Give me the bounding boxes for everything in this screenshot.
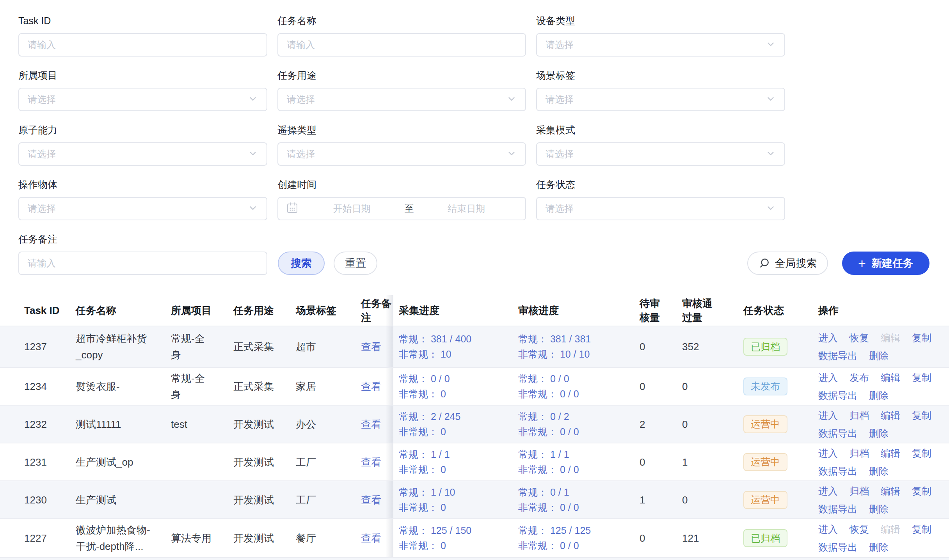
- op-link-archive[interactable]: 归档: [849, 445, 869, 461]
- cell-status: 运营中: [738, 481, 812, 518]
- op-link-copy[interactable]: 复制: [912, 370, 931, 385]
- op-link-archive[interactable]: 归档: [849, 483, 869, 499]
- filter-field-task-name: 任务名称请输入: [277, 15, 526, 57]
- operations-box: 进入发布编辑复制数据导出删除: [818, 370, 937, 403]
- column-header-pending: 待审 核量: [634, 295, 677, 326]
- column-header-scene: 场景标签: [296, 295, 358, 326]
- op-link-delete[interactable]: 删除: [869, 425, 889, 441]
- filter-label-task-purpose: 任务用途: [277, 69, 526, 81]
- cell-task-id: 1227: [0, 519, 76, 557]
- op-link-export[interactable]: 数据导出: [818, 425, 857, 441]
- op-link-delete[interactable]: 删除: [869, 463, 889, 479]
- table-row: 1234熨烫衣服-常规-全身正式采集家居查看常规： 0 / 0非常规： 0常规：…: [0, 367, 949, 405]
- project-select[interactable]: 请选择: [18, 88, 267, 111]
- op-link-restore[interactable]: 恢复: [849, 330, 869, 346]
- cell-operations: 进入恢复编辑复制数据导出删除: [812, 326, 949, 367]
- teleop-type-select[interactable]: 请选择: [277, 142, 526, 166]
- review-irregular: 非常规： 0 / 0: [518, 538, 579, 553]
- op-link-copy[interactable]: 复制: [912, 445, 931, 461]
- filter-field-task-purpose: 任务用途请选择: [277, 69, 526, 111]
- view-remark-link[interactable]: 查看: [361, 378, 381, 395]
- cell-project: [171, 481, 233, 518]
- op-link-enter[interactable]: 进入: [818, 408, 838, 423]
- op-link-edit[interactable]: 编辑: [881, 370, 900, 385]
- new-task-button[interactable]: + 新建任务: [842, 252, 929, 275]
- view-remark-link[interactable]: 查看: [361, 454, 381, 470]
- op-link-copy[interactable]: 复制: [912, 408, 931, 423]
- column-header-ops: 操作: [812, 295, 949, 326]
- op-link-copy[interactable]: 复制: [912, 330, 931, 346]
- op-link-publish[interactable]: 发布: [849, 370, 869, 385]
- create-time-range-picker[interactable]: 开始日期至结束日期: [277, 197, 526, 220]
- op-link-delete[interactable]: 删除: [869, 348, 889, 363]
- op-link-edit[interactable]: 编辑: [881, 483, 900, 499]
- cell-project: 常规-全身: [171, 326, 233, 367]
- op-link-copy[interactable]: 复制: [912, 521, 931, 537]
- cell-scene-tag: 超市: [296, 326, 358, 367]
- chevron-down-icon: [506, 148, 517, 160]
- op-link-archive[interactable]: 归档: [849, 408, 869, 423]
- chevron-down-icon: [248, 148, 258, 160]
- op-link-edit[interactable]: 编辑: [881, 445, 900, 461]
- view-remark-link[interactable]: 查看: [361, 338, 381, 355]
- op-link-export[interactable]: 数据导出: [818, 463, 857, 479]
- op-link-export[interactable]: 数据导出: [818, 501, 857, 517]
- cell-review-progress: 常规： 0 / 0非常规： 0 / 0: [512, 368, 634, 405]
- op-link-edit[interactable]: 编辑: [881, 408, 900, 423]
- op-link-export[interactable]: 数据导出: [818, 539, 857, 555]
- reset-button[interactable]: 重置: [334, 252, 377, 275]
- task-remark-input[interactable]: 请输入: [18, 252, 267, 275]
- filter-label-task-id: Task ID: [18, 15, 267, 27]
- collect-mode-select[interactable]: 请选择: [536, 142, 785, 166]
- op-link-enter[interactable]: 进入: [818, 445, 838, 461]
- view-remark-link[interactable]: 查看: [361, 530, 381, 546]
- operations-box: 进入恢复编辑复制数据导出删除: [818, 521, 937, 555]
- target-object-select[interactable]: 请选择: [18, 197, 267, 220]
- task-id-input[interactable]: 请输入: [18, 33, 267, 57]
- op-link-copy[interactable]: 复制: [912, 483, 931, 499]
- view-remark-link[interactable]: 查看: [361, 416, 381, 432]
- op-link-enter[interactable]: 进入: [818, 330, 838, 346]
- column-header-name: 任务名称: [76, 295, 171, 326]
- global-search-button[interactable]: 全局搜索: [747, 252, 828, 275]
- op-link-delete[interactable]: 删除: [869, 501, 889, 517]
- device-type-select[interactable]: 请选择: [536, 33, 785, 57]
- cell-passed-count: 0: [677, 368, 738, 405]
- op-link-enter[interactable]: 进入: [818, 521, 838, 537]
- review-irregular: 非常规： 10 / 10: [518, 347, 590, 362]
- cell-task-id: 1231: [0, 443, 76, 480]
- op-link-delete[interactable]: 删除: [869, 388, 889, 403]
- task-name-input[interactable]: 请输入: [277, 33, 526, 57]
- cell-project: [171, 443, 233, 480]
- task-status-select[interactable]: 请选择: [536, 197, 785, 220]
- fixed-left-columns: 1231生产测试_op开发测试工厂查看: [0, 443, 393, 480]
- task-purpose-select[interactable]: 请选择: [277, 88, 526, 111]
- op-link-enter[interactable]: 进入: [818, 483, 838, 499]
- column-header-review: 审核进度: [512, 295, 634, 326]
- op-link-export[interactable]: 数据导出: [818, 388, 857, 403]
- cell-review-progress: 常规： 381 / 381非常规： 10 / 10: [512, 326, 634, 367]
- cell-scene-tag: 餐厅: [296, 519, 358, 557]
- view-remark-link[interactable]: 查看: [361, 492, 381, 508]
- search-button[interactable]: 搜索: [278, 252, 325, 275]
- status-badge: 已归档: [743, 529, 787, 547]
- scene-tag-select[interactable]: 请选择: [536, 88, 785, 111]
- plus-icon: +: [858, 257, 866, 270]
- op-link-delete[interactable]: 删除: [869, 539, 889, 555]
- op-link-export[interactable]: 数据导出: [818, 348, 857, 363]
- review-irregular: 非常规： 0 / 0: [518, 500, 579, 515]
- cell-task-id: 1234: [0, 368, 76, 405]
- status-badge: 运营中: [743, 491, 787, 509]
- global-search-label: 全局搜索: [775, 256, 817, 270]
- cell-purpose: 开发测试: [233, 481, 296, 518]
- filter-field-task-status: 任务状态请选择: [536, 179, 785, 220]
- cell-status: 已归档: [738, 519, 812, 557]
- cell-review-progress: 常规： 0 / 2非常规： 0 / 0: [512, 406, 634, 443]
- cell-project: 算法专用: [171, 519, 233, 557]
- op-link-restore[interactable]: 恢复: [849, 521, 869, 537]
- review-regular: 常规： 0 / 2: [518, 409, 569, 424]
- cell-operations: 进入归档编辑复制数据导出删除: [812, 406, 949, 443]
- atomic-capability-select[interactable]: 请选择: [18, 142, 267, 166]
- op-link-enter[interactable]: 进入: [818, 370, 838, 385]
- cell-collect-progress: 常规： 381 / 400非常规： 10: [393, 326, 512, 367]
